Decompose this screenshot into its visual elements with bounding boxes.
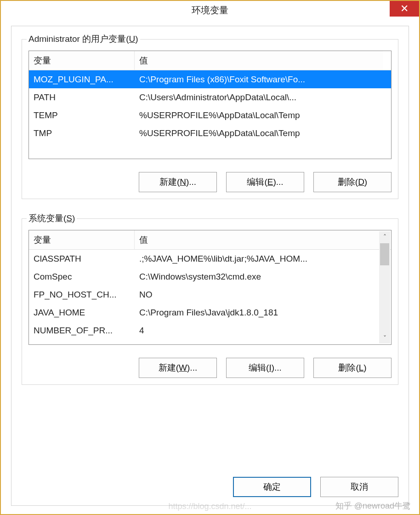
user-vars-buttons: 新建(N)... 编辑(E)... 删除(D) <box>28 172 392 192</box>
cell-value: C:\Program Files\Java\jdk1.8.0_181 <box>135 308 383 318</box>
user-vars-list[interactable]: 变量 值 MOZ_PLUGIN_PA...C:\Program Files (x… <box>28 51 392 159</box>
table-row[interactable]: TMP%USERPROFILE%\AppData\Local\Temp <box>29 124 391 142</box>
list-body: MOZ_PLUGIN_PA...C:\Program Files (x86)\F… <box>29 70 391 142</box>
cell-value: %USERPROFILE%\AppData\Local\Temp <box>135 110 383 120</box>
cell-value: C:\Windows\system32\cmd.exe <box>135 272 383 282</box>
cell-value: NO <box>135 290 383 300</box>
cell-variable: TEMP <box>29 110 135 120</box>
scroll-down-icon[interactable]: ˅ <box>379 332 390 343</box>
user-vars-group: Administrator 的用户变量(U) 变量 值 MOZ_PLUGIN_P… <box>22 39 398 199</box>
cell-value: .;%JAVA_HOME%\lib\dt.jar;%JAVA_HOM... <box>135 254 383 264</box>
list-header: 变量 值 <box>29 230 391 250</box>
cell-variable: JAVA_HOME <box>29 308 135 318</box>
system-vars-list[interactable]: 变量 值 ClASSPATH.;%JAVA_HOME%\lib\dt.jar;%… <box>28 230 392 345</box>
env-vars-dialog: 环境变量 ✕ Administrator 的用户变量(U) 变量 值 MOZ_P… <box>0 0 420 515</box>
col-value[interactable]: 值 <box>135 230 383 249</box>
table-row[interactable]: ComSpecC:\Windows\system32\cmd.exe <box>29 268 391 286</box>
vertical-scrollbar[interactable]: ˄ ˅ <box>379 231 390 343</box>
scroll-thumb[interactable] <box>380 243 389 265</box>
close-icon: ✕ <box>400 4 409 14</box>
table-row[interactable]: PATHC:\Users\Administrator\AppData\Local… <box>29 88 391 106</box>
ok-button[interactable]: 确定 <box>233 477 311 497</box>
scroll-up-icon[interactable]: ˄ <box>379 231 390 242</box>
cancel-button[interactable]: 取消 <box>320 477 398 497</box>
cell-variable: MOZ_PLUGIN_PA... <box>29 74 135 85</box>
table-row[interactable]: MOZ_PLUGIN_PA...C:\Program Files (x86)\F… <box>29 70 391 88</box>
cell-variable: PATH <box>29 92 135 103</box>
list-header: 变量 值 <box>29 51 391 70</box>
titlebar: 环境变量 ✕ <box>1 1 419 19</box>
user-vars-label: Administrator 的用户变量(U) <box>27 33 140 45</box>
user-delete-button[interactable]: 删除(D) <box>313 172 392 192</box>
system-vars-buttons: 新建(W)... 编辑(I)... 删除(L) <box>28 358 392 378</box>
cell-value: C:\Program Files (x86)\Foxit Software\Fo… <box>135 74 383 85</box>
close-button[interactable]: ✕ <box>390 1 419 17</box>
dialog-content: Administrator 的用户变量(U) 变量 值 MOZ_PLUGIN_P… <box>11 26 409 506</box>
system-vars-group: 系统变量(S) 变量 值 ClASSPATH.;%JAVA_HOME%\lib\… <box>22 218 398 385</box>
window-title: 环境变量 <box>192 4 228 17</box>
cell-variable: FP_NO_HOST_CH... <box>29 290 135 300</box>
cell-variable: TMP <box>29 128 135 138</box>
user-edit-button[interactable]: 编辑(E)... <box>226 172 304 192</box>
col-value[interactable]: 值 <box>135 51 383 70</box>
cell-value: C:\Users\Administrator\AppData\Local\... <box>135 92 383 103</box>
table-row[interactable]: NUMBER_OF_PR...4 <box>29 321 391 339</box>
table-row[interactable]: TEMP%USERPROFILE%\AppData\Local\Temp <box>29 106 391 124</box>
col-variable[interactable]: 变量 <box>29 51 135 70</box>
table-row[interactable]: FP_NO_HOST_CH...NO <box>29 286 391 303</box>
cell-value: 4 <box>135 326 383 336</box>
cell-variable: ComSpec <box>29 272 135 282</box>
system-vars-label: 系统变量(S) <box>27 212 77 224</box>
table-row[interactable]: JAVA_HOMEC:\Program Files\Java\jdk1.8.0_… <box>29 303 391 321</box>
cell-value: %USERPROFILE%\AppData\Local\Temp <box>135 128 383 138</box>
system-delete-button[interactable]: 删除(L) <box>313 358 392 378</box>
system-new-button[interactable]: 新建(W)... <box>139 358 217 378</box>
dialog-buttons: 确定 取消 <box>22 477 398 497</box>
table-row[interactable]: ClASSPATH.;%JAVA_HOME%\lib\dt.jar;%JAVA_… <box>29 250 391 268</box>
cell-variable: ClASSPATH <box>29 254 135 264</box>
system-edit-button[interactable]: 编辑(I)... <box>226 358 304 378</box>
user-new-button[interactable]: 新建(N)... <box>139 172 217 192</box>
list-body: ClASSPATH.;%JAVA_HOME%\lib\dt.jar;%JAVA_… <box>29 250 391 339</box>
col-variable[interactable]: 变量 <box>29 230 135 249</box>
cell-variable: NUMBER_OF_PR... <box>29 326 135 336</box>
